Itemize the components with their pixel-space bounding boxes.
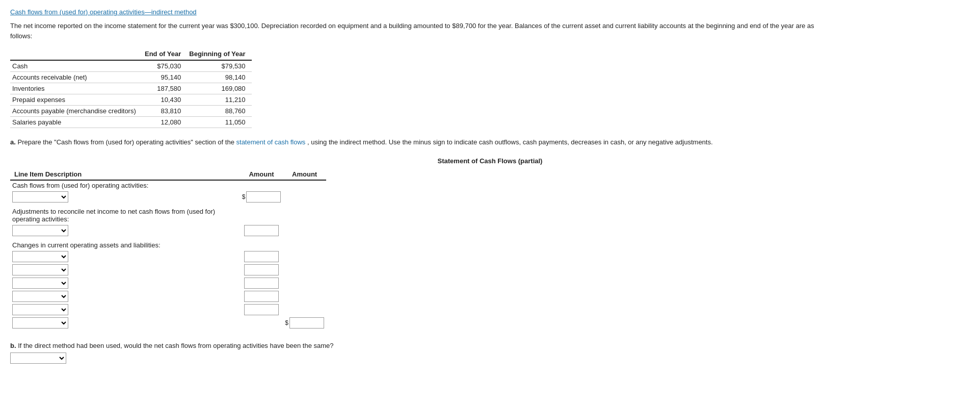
adj-dropdown-cell-1[interactable] xyxy=(10,224,240,237)
change-dropdown-cell-1[interactable] xyxy=(10,250,240,263)
balance-row: Prepaid expenses 10,430 11,210 xyxy=(10,94,252,106)
balance-row-end: 187,580 xyxy=(143,83,187,94)
section3-label: Changes in current operating assets and … xyxy=(10,237,240,250)
net-income-input[interactable] xyxy=(246,191,281,203)
change-input-4[interactable] xyxy=(244,291,279,302)
col-amount1-header: Amount xyxy=(240,169,283,180)
balance-row: Salaries payable 12,080 11,050 xyxy=(10,117,252,128)
balance-row-begin: 11,210 xyxy=(187,94,251,106)
part-b-text: If the direct method had been used, woul… xyxy=(18,342,333,349)
dollar-sign-1: $ xyxy=(242,193,246,200)
balance-row-label: Salaries payable xyxy=(10,117,143,128)
net-income-row[interactable]: $ xyxy=(10,190,326,204)
statement-of-cash-flows-link[interactable]: statement of cash flows xyxy=(236,138,306,146)
beginning-of-year-header: Beginning of Year xyxy=(187,48,251,60)
net-income-amount-cell[interactable]: $ xyxy=(240,190,283,204)
balance-row-end: 95,140 xyxy=(143,72,187,83)
balance-row-end: 83,810 xyxy=(143,106,187,117)
net-income-amt2 xyxy=(283,190,326,204)
part-b-select[interactable]: Yes No xyxy=(10,352,66,364)
change-row-5[interactable] xyxy=(10,303,326,316)
instruction-a-label: a. xyxy=(10,138,17,146)
balance-row-end: $75,030 xyxy=(143,60,187,72)
change-dropdown-cell-5[interactable] xyxy=(10,303,240,316)
total-amount-cell-2[interactable]: $ xyxy=(283,316,326,330)
balance-row-label: Accounts payable (merchandise creditors) xyxy=(10,106,143,117)
section2-row: Adjustments to reconcile net income to n… xyxy=(10,204,326,224)
statement-title: Statement of Cash Flows (partial) xyxy=(10,157,970,165)
total-row[interactable]: $ xyxy=(10,316,326,330)
total-amount-cell-1 xyxy=(240,316,283,330)
part-b-answer-row[interactable]: Yes No xyxy=(10,352,970,364)
change-row-4[interactable] xyxy=(10,290,326,303)
balance-row-end: 12,080 xyxy=(143,117,187,128)
adj-amount-cell-1[interactable] xyxy=(240,224,283,237)
change-input-3[interactable] xyxy=(244,278,279,289)
change-amount-cell-4[interactable] xyxy=(240,290,283,303)
change-amount-cell-5[interactable] xyxy=(240,303,283,316)
adj-input-1[interactable] xyxy=(244,225,279,236)
balance-table: End of Year Beginning of Year Cash $75,0… xyxy=(10,48,252,128)
part-b-section: b. If the direct method had been used, w… xyxy=(10,342,970,364)
balance-row: Inventories 187,580 169,080 xyxy=(10,83,252,94)
change-amount-cell-3[interactable] xyxy=(240,276,283,290)
section1-amt2 xyxy=(283,180,326,190)
balance-row: Cash $75,030 $79,530 xyxy=(10,60,252,72)
net-income-select[interactable] xyxy=(12,191,68,203)
total-select[interactable] xyxy=(12,317,68,329)
change-row-1[interactable] xyxy=(10,250,326,263)
instruction-a-text2: , using the indirect method. Use the min… xyxy=(307,138,713,146)
change-input-5[interactable] xyxy=(244,304,279,315)
instruction-a: a. Prepare the "Cash flows from (used fo… xyxy=(10,137,826,148)
part-b-label: b. xyxy=(10,342,16,349)
section1-label: Cash flows from (used for) operating act… xyxy=(10,180,240,190)
change-amount-cell-2[interactable] xyxy=(240,263,283,276)
change-select-4[interactable] xyxy=(12,291,68,302)
balance-row: Accounts payable (merchandise creditors)… xyxy=(10,106,252,117)
balance-row-begin: 98,140 xyxy=(187,72,251,83)
intro-text: The net income reported on the income st… xyxy=(10,21,826,41)
col-amount2-header: Amount xyxy=(283,169,326,180)
section2-label: Adjustments to reconcile net income to n… xyxy=(10,204,240,224)
section1-row: Cash flows from (used for) operating act… xyxy=(10,180,326,190)
balance-row-begin: 169,080 xyxy=(187,83,251,94)
balance-row-begin: 88,760 xyxy=(187,106,251,117)
change-row-2[interactable] xyxy=(10,263,326,276)
total-input[interactable] xyxy=(289,317,324,329)
change-dropdown-cell-2[interactable] xyxy=(10,263,240,276)
change-dropdown-cell-4[interactable] xyxy=(10,290,240,303)
balance-row-label: Inventories xyxy=(10,83,143,94)
adj-select-1[interactable] xyxy=(12,225,68,236)
net-income-dropdown-cell[interactable] xyxy=(10,190,240,204)
change-input-1[interactable] xyxy=(244,251,279,262)
adj-row-1[interactable] xyxy=(10,224,326,237)
change-select-5[interactable] xyxy=(12,304,68,315)
balance-row-end: 10,430 xyxy=(143,94,187,106)
balance-row: Accounts receivable (net) 95,140 98,140 xyxy=(10,72,252,83)
end-of-year-header: End of Year xyxy=(143,48,187,60)
change-select-1[interactable] xyxy=(12,251,68,262)
change-amount-cell-1[interactable] xyxy=(240,250,283,263)
balance-row-label: Accounts receivable (net) xyxy=(10,72,143,83)
col-desc-header: Line Item Description xyxy=(10,169,240,180)
section1-amt1 xyxy=(240,180,283,190)
change-select-2[interactable] xyxy=(12,264,68,275)
change-dropdown-cell-3[interactable] xyxy=(10,276,240,290)
dollar-sign-2: $ xyxy=(285,319,288,326)
cash-flow-table: Line Item Description Amount Amount Cash… xyxy=(10,169,326,330)
total-dropdown-cell[interactable] xyxy=(10,316,240,330)
change-select-3[interactable] xyxy=(12,278,68,289)
cash-flow-section: Statement of Cash Flows (partial) Line I… xyxy=(10,157,970,330)
balance-row-label: Prepaid expenses xyxy=(10,94,143,106)
balance-row-begin: 11,050 xyxy=(187,117,251,128)
balance-row-begin: $79,530 xyxy=(187,60,251,72)
section3-row: Changes in current operating assets and … xyxy=(10,237,326,250)
change-row-3[interactable] xyxy=(10,276,326,290)
instruction-a-text1: Prepare the "Cash flows from (used for) … xyxy=(17,138,236,146)
change-input-2[interactable] xyxy=(244,264,279,275)
section-title: Cash flows from (used for) operating act… xyxy=(10,8,970,16)
balance-row-label: Cash xyxy=(10,60,143,72)
